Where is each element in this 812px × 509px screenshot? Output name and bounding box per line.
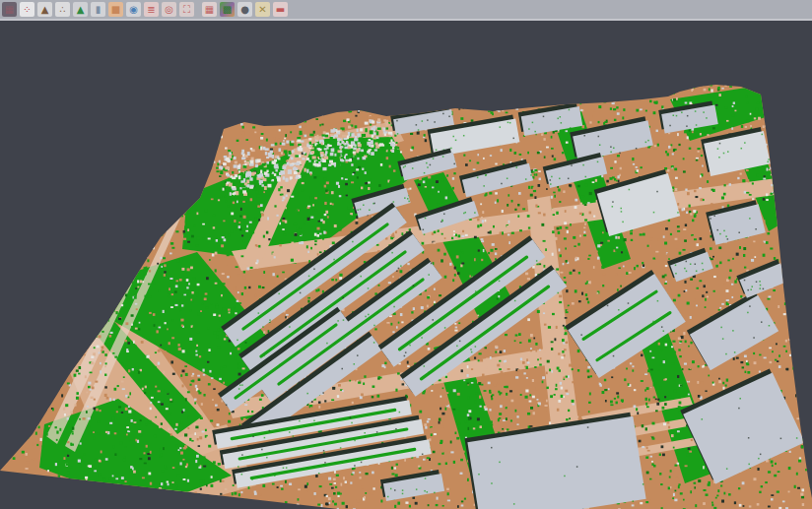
terrain-model-icon[interactable]: ▲ bbox=[73, 2, 88, 17]
sphere-icon[interactable]: ● bbox=[237, 2, 252, 17]
target-icon[interactable]: ◎ bbox=[162, 2, 176, 17]
clip-box-icon[interactable]: ▬ bbox=[273, 2, 288, 17]
anaglyph-view-icon[interactable]: ▦ bbox=[2, 2, 17, 17]
red-layers-icon[interactable]: ≣ bbox=[144, 2, 159, 17]
toolbar: ▦⁘▲∴▲▮■◉≣◎⛶▦▩●✕▬ bbox=[0, 0, 812, 21]
profile-view-icon[interactable]: ▮ bbox=[91, 2, 105, 17]
selection-bounds-icon[interactable]: ⛶ bbox=[179, 2, 194, 17]
orthophoto-icon[interactable]: ■ bbox=[108, 2, 123, 17]
grid-selection-icon[interactable]: ▦ bbox=[202, 2, 217, 17]
dsm-surface-icon[interactable]: ▲ bbox=[37, 2, 52, 17]
classification-palette-icon[interactable]: ▩ bbox=[220, 2, 235, 17]
tie-points-icon[interactable]: ⁘ bbox=[20, 2, 34, 17]
3d-viewport[interactable] bbox=[0, 23, 812, 509]
texture-swap-icon[interactable]: ✕ bbox=[255, 2, 270, 17]
application-window: ▦⁘▲∴▲▮■◉≣◎⛶▦▩●✕▬ bbox=[0, 0, 812, 509]
point-cloud-icon[interactable]: ∴ bbox=[55, 2, 70, 17]
globe-icon[interactable]: ◉ bbox=[126, 2, 141, 17]
